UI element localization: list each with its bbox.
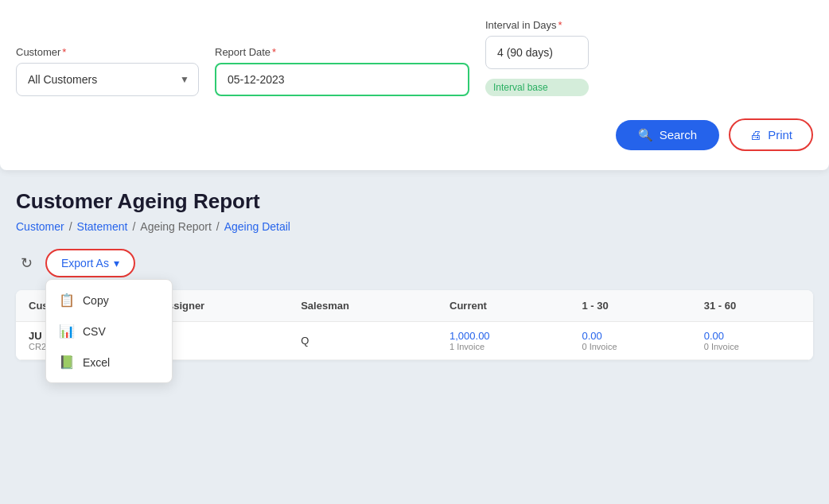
- col-1-30: 1 - 30: [569, 290, 691, 322]
- excel-option[interactable]: 📗 Excel: [46, 347, 172, 378]
- report-date-input[interactable]: [215, 63, 469, 96]
- report-date-label: Report Date*: [215, 46, 469, 58]
- cell-31-60: 0.00 0 Invoice: [691, 322, 813, 360]
- export-wrapper: Export As ▾ 📋 Copy 📊 CSV 📗 Excel: [45, 249, 135, 277]
- refresh-icon: ↻: [21, 255, 33, 271]
- col-31-60: 31 - 60: [691, 290, 813, 322]
- export-button[interactable]: Export As ▾: [45, 249, 135, 277]
- export-dropdown: 📋 Copy 📊 CSV 📗 Excel: [45, 279, 173, 383]
- csv-label: CSV: [83, 325, 106, 338]
- cell-1-30: 0.00 0 Invoice: [569, 322, 691, 360]
- breadcrumb-ageing-detail[interactable]: Ageing Detail: [224, 220, 290, 233]
- col-salesman: Salesman: [288, 290, 437, 322]
- print-button[interactable]: 🖨 Print: [729, 118, 813, 151]
- interval-badge: Interval base: [485, 79, 589, 96]
- search-button[interactable]: 🔍 Search: [616, 120, 720, 150]
- cell-current: 1,000.00 1 Invoice: [437, 322, 569, 360]
- copy-label: Copy: [83, 294, 109, 307]
- breadcrumb-customer[interactable]: Customer: [16, 220, 64, 233]
- export-arrow-icon: ▾: [114, 257, 119, 269]
- print-icon: 🖨: [749, 128, 761, 142]
- csv-option[interactable]: 📊 CSV: [46, 316, 172, 347]
- breadcrumb-ageing-report: Ageing Report: [140, 220, 212, 233]
- refresh-button[interactable]: ↻: [16, 250, 37, 277]
- interval-input[interactable]: [485, 36, 589, 69]
- copy-icon: 📋: [59, 293, 75, 308]
- excel-icon: 📗: [59, 355, 75, 370]
- page-title: Customer Ageing Report: [16, 189, 813, 214]
- breadcrumb: Customer / Statement / Ageing Report / A…: [16, 220, 813, 233]
- cell-salesman: Q: [288, 322, 437, 360]
- breadcrumb-statement[interactable]: Statement: [77, 220, 128, 233]
- csv-icon: 📊: [59, 324, 75, 339]
- copy-option[interactable]: 📋 Copy: [46, 285, 172, 316]
- search-icon: 🔍: [638, 128, 653, 142]
- excel-label: Excel: [83, 356, 110, 369]
- customer-label: Customer*: [16, 46, 199, 58]
- customer-select[interactable]: All Customers: [16, 63, 199, 96]
- col-current: Current: [437, 290, 569, 322]
- interval-label: Interval in Days*: [485, 19, 589, 31]
